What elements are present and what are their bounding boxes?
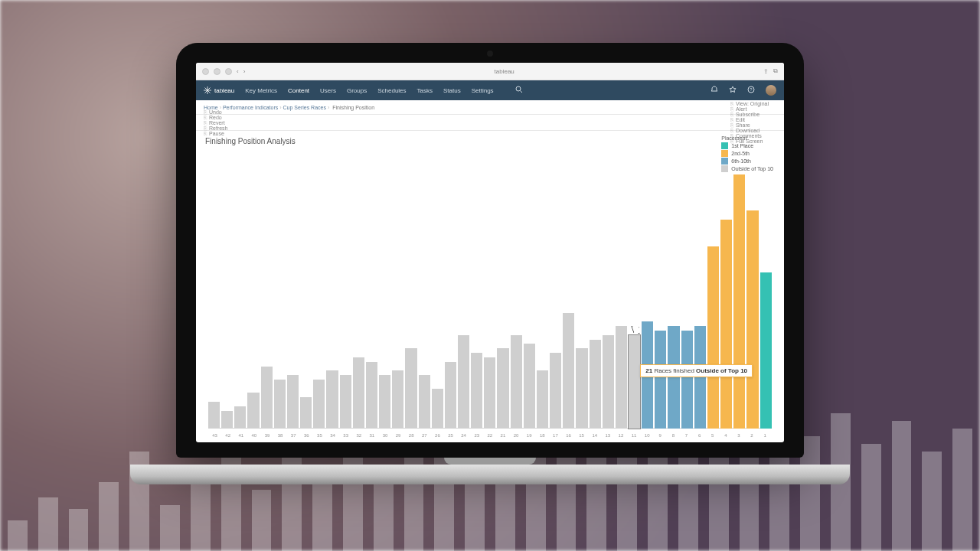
toolbar-view-original[interactable]: ⎘View: Original — [730, 101, 769, 106]
bar[interactable] — [221, 411, 233, 429]
breadcrumb: Home › Performance Indicators › Cup Seri… — [196, 100, 784, 115]
toolbar-icon: ⎘ — [730, 122, 733, 128]
bar[interactable] — [746, 210, 758, 429]
x-tick: 39 — [260, 433, 273, 438]
bar[interactable] — [379, 375, 390, 429]
x-axis-labels: 4342414039383736353433323130292827262524… — [208, 433, 772, 438]
chart-title: Finishing Position Analysis — [205, 137, 775, 145]
bar[interactable] — [353, 357, 364, 429]
nav-tab-status[interactable]: Status — [443, 87, 461, 94]
tooltip-mid: Races finished — [652, 367, 696, 374]
bar[interactable] — [655, 331, 666, 429]
bar[interactable] — [524, 344, 535, 429]
nav-tab-schedules[interactable]: Schedules — [377, 87, 406, 94]
bar[interactable] — [511, 335, 522, 429]
bar[interactable] — [563, 313, 574, 429]
tableau-logo[interactable]: tableau — [204, 86, 234, 94]
tooltip-category: Outside of Top 10 — [696, 367, 747, 374]
toolbar-label: Revert — [209, 120, 225, 126]
bar[interactable] — [445, 362, 456, 429]
traffic-light-max[interactable] — [225, 68, 232, 75]
legend-item[interactable]: 1st Place — [721, 142, 773, 149]
tabs-icon[interactable]: ⧉ — [773, 67, 778, 75]
bar[interactable] — [313, 380, 325, 429]
breadcrumb-link[interactable]: Cup Series Races — [283, 105, 326, 110]
toolbar-undo[interactable]: ⎘Undo — [204, 109, 228, 115]
toolbar-icon: ⎘ — [204, 126, 207, 131]
favorites-icon[interactable] — [729, 86, 737, 95]
x-tick: 21 — [496, 433, 509, 438]
breadcrumb-sep: › — [326, 105, 329, 110]
toolbar-subscribe[interactable]: ⎘Subscribe — [730, 112, 769, 117]
bar[interactable] — [576, 348, 587, 429]
bar[interactable] — [484, 357, 495, 429]
bar[interactable] — [234, 406, 246, 429]
legend-swatch — [721, 142, 728, 149]
toolbar-edit[interactable]: ⎘Edit — [730, 117, 769, 122]
bar[interactable] — [392, 370, 403, 429]
bar[interactable] — [681, 331, 693, 429]
product-name: tableau — [214, 87, 234, 94]
bar[interactable] — [537, 370, 548, 429]
search-icon[interactable] — [515, 86, 523, 95]
bar[interactable] — [629, 335, 640, 429]
bar[interactable] — [261, 367, 273, 429]
traffic-light-close[interactable] — [202, 68, 209, 75]
toolbar-redo[interactable]: ⎘Redo — [204, 115, 228, 120]
bar[interactable] — [432, 389, 443, 429]
x-tick: 5 — [706, 433, 719, 438]
bar[interactable] — [694, 326, 706, 429]
toolbar-share[interactable]: ⎘Share — [730, 122, 769, 128]
bar[interactable] — [471, 353, 482, 429]
bar[interactable] — [247, 393, 259, 429]
bar[interactable] — [668, 326, 679, 429]
nav-tab-groups[interactable]: Groups — [347, 87, 367, 94]
nav-tab-content[interactable]: Content — [288, 87, 309, 94]
nav-tab-key-metrics[interactable]: Key Metrics — [245, 87, 277, 94]
chart[interactable]: 4342414039383736353433323130292827262524… — [208, 161, 772, 429]
legend-item[interactable]: 2nd-5th — [721, 150, 773, 157]
bar[interactable] — [208, 402, 220, 429]
bar[interactable] — [590, 340, 601, 429]
viz-area: Finishing Position Analysis Placement 1s… — [196, 131, 784, 442]
share-icon[interactable]: ⇪ — [763, 68, 769, 75]
help-icon[interactable]: ? — [747, 86, 755, 95]
bar[interactable] — [287, 375, 299, 429]
toolbar-revert[interactable]: ⎘Revert — [204, 120, 228, 126]
bar[interactable] — [405, 348, 416, 429]
nav-fwd-icon[interactable]: › — [243, 68, 246, 75]
x-tick: 24 — [457, 433, 470, 438]
bar[interactable] — [458, 335, 469, 429]
bar[interactable] — [707, 246, 719, 429]
bar[interactable] — [720, 220, 732, 429]
toolbar-alert[interactable]: ⎘Alert — [730, 106, 769, 112]
browser-chrome: ‹ › tableau ⇪ ⧉ — [196, 63, 784, 80]
bar[interactable] — [733, 174, 745, 429]
toolbar-icon: ⎘ — [730, 101, 733, 106]
toolbar-label: Subscribe — [736, 112, 760, 117]
toolbar-icon: ⎘ — [730, 117, 733, 122]
nav-back-icon[interactable]: ‹ — [237, 68, 239, 75]
bar[interactable] — [497, 348, 508, 429]
avatar[interactable] — [766, 85, 776, 96]
bar[interactable] — [616, 326, 627, 429]
nav-tab-users[interactable]: Users — [320, 87, 336, 94]
bar[interactable] — [550, 353, 561, 429]
bar[interactable] — [419, 375, 430, 429]
x-tick: 36 — [300, 433, 313, 438]
bar[interactable] — [340, 375, 351, 429]
alerts-icon[interactable] — [710, 86, 718, 95]
bar[interactable] — [274, 380, 286, 429]
bar[interactable] — [366, 362, 377, 429]
nav-tab-settings[interactable]: Settings — [472, 87, 494, 94]
bar[interactable] — [300, 397, 312, 429]
x-tick: 26 — [431, 433, 444, 438]
bar[interactable] — [326, 370, 338, 429]
bar[interactable] — [603, 335, 614, 429]
bar[interactable] — [760, 272, 772, 429]
nav-tab-tasks[interactable]: Tasks — [417, 87, 433, 94]
address-bar[interactable]: tableau — [250, 68, 759, 75]
toolbar-refresh[interactable]: ⎘Refresh — [204, 126, 228, 131]
traffic-light-min[interactable] — [214, 68, 220, 75]
x-tick: 27 — [418, 433, 431, 438]
